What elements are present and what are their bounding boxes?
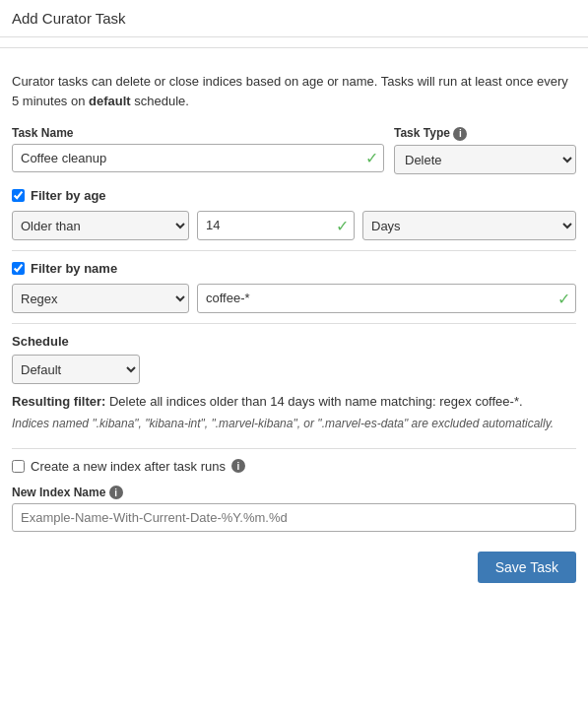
filter-by-name-section: Filter by name Regex Prefix Suffix ✓ bbox=[12, 261, 576, 313]
create-index-info-icon[interactable]: i bbox=[231, 459, 245, 473]
resulting-filter-text: Resulting filter: Delete all indices old… bbox=[12, 394, 576, 409]
task-type-group: Task Type i Delete Close bbox=[394, 126, 576, 174]
filter-age-row: Older than Younger than ✓ Days Hours Wee… bbox=[12, 211, 576, 240]
description-text: Curator tasks can delete or close indice… bbox=[12, 72, 576, 110]
filter-age-unit-select[interactable]: Days Hours Weeks bbox=[362, 211, 576, 240]
filter-name-pattern-wrapper: ✓ bbox=[197, 284, 576, 313]
task-type-label: Task Type i bbox=[394, 126, 576, 141]
new-index-name-section: New Index Name i bbox=[12, 486, 576, 533]
schedule-section: Schedule Default Every hour Every day bbox=[12, 334, 576, 384]
filter-name-checkbox[interactable] bbox=[12, 262, 25, 275]
task-name-group: Task Name ✓ bbox=[12, 126, 384, 172]
new-index-name-label: New Index Name i bbox=[12, 486, 576, 500]
filter-age-number-wrapper: ✓ bbox=[197, 211, 355, 240]
filter-name-title: Filter by name bbox=[31, 261, 117, 276]
filter-name-header: Filter by name bbox=[12, 261, 576, 276]
schedule-label: Schedule bbox=[12, 334, 576, 349]
footer-row: Save Task bbox=[12, 552, 576, 597]
filter-age-header: Filter by age bbox=[12, 188, 576, 203]
filter-age-checkbox[interactable] bbox=[12, 189, 25, 202]
task-type-select[interactable]: Delete Close bbox=[394, 145, 576, 174]
schedule-select[interactable]: Default Every hour Every day bbox=[12, 355, 140, 384]
create-index-checkbox[interactable] bbox=[12, 460, 25, 473]
filter-name-row: Regex Prefix Suffix ✓ bbox=[12, 284, 576, 313]
task-name-input[interactable] bbox=[12, 144, 384, 172]
excluded-note-text: Indices named ".kibana", "kibana-int", "… bbox=[12, 415, 576, 432]
filter-age-condition-select[interactable]: Older than Younger than bbox=[12, 211, 189, 240]
filter-age-title: Filter by age bbox=[31, 188, 106, 203]
task-name-type-row: Task Name ✓ Task Type i Delete Close bbox=[12, 126, 576, 174]
create-index-section: Create a new index after task runs i bbox=[12, 459, 576, 474]
page-title: Add Curator Task bbox=[0, 0, 588, 37]
filter-name-pattern-input[interactable] bbox=[197, 284, 576, 313]
filter-age-number-input[interactable] bbox=[197, 211, 355, 240]
filter-name-type-select[interactable]: Regex Prefix Suffix bbox=[12, 284, 189, 313]
create-index-header: Create a new index after task runs i bbox=[12, 459, 576, 474]
task-type-info-icon[interactable]: i bbox=[453, 127, 467, 141]
new-index-name-info-icon[interactable]: i bbox=[109, 486, 123, 499]
filter-by-age-section: Filter by age Older than Younger than ✓ … bbox=[12, 188, 576, 240]
new-index-name-input[interactable] bbox=[12, 503, 576, 532]
save-task-button[interactable]: Save Task bbox=[478, 552, 576, 583]
task-name-label: Task Name bbox=[12, 126, 384, 140]
create-index-label: Create a new index after task runs bbox=[31, 459, 226, 474]
task-name-input-wrapper: ✓ bbox=[12, 144, 384, 172]
